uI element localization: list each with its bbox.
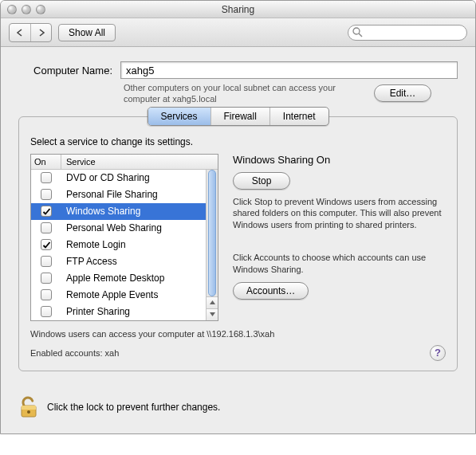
service-row[interactable]: FTP Access (31, 253, 218, 270)
service-row[interactable]: Printer Sharing (31, 304, 218, 320)
service-checkbox[interactable] (41, 306, 52, 317)
lock-row: Click the lock to prevent further change… (1, 382, 475, 433)
service-checkbox[interactable] (41, 222, 52, 233)
service-on-cell (31, 206, 61, 217)
scrollbar-thumb[interactable] (208, 170, 216, 296)
service-on-cell (31, 189, 61, 200)
services-table-header: On Service (31, 155, 218, 170)
service-on-cell (31, 239, 61, 250)
tab-firewall[interactable]: Firewall (210, 108, 269, 125)
service-label: Apple Remote Desktop (61, 273, 218, 284)
nav-segmented (9, 23, 52, 42)
triangle-down-icon (209, 311, 216, 318)
service-label: Personal Web Sharing (61, 222, 218, 233)
tab-internet[interactable]: Internet (269, 108, 328, 125)
col-header-service[interactable]: Service (61, 155, 218, 169)
stop-description: Click Stop to prevent Windows users from… (233, 196, 446, 232)
svg-rect-3 (22, 406, 36, 410)
service-row[interactable]: Personal File Sharing (31, 186, 218, 203)
service-row[interactable]: DVD or CD Sharing (31, 170, 218, 186)
service-checkbox[interactable] (41, 189, 52, 200)
service-on-cell (31, 172, 61, 183)
services-table-body: DVD or CD SharingPersonal File SharingWi… (31, 170, 218, 320)
service-label: Personal File Sharing (61, 189, 218, 200)
service-on-cell (31, 222, 61, 233)
toolbar: Show All (1, 18, 475, 47)
chevron-left-icon (16, 29, 24, 37)
service-on-cell (31, 256, 61, 267)
subnet-note-text: Other computers on your local subnet can… (124, 82, 363, 105)
accounts-description: Click Accounts to choose which accounts … (233, 252, 446, 276)
service-label: Remote Login (61, 239, 218, 250)
service-label: Remote Apple Events (61, 289, 218, 300)
content-area: Computer Name: Other computers on your l… (1, 47, 475, 382)
scroll-up-arrow[interactable] (207, 296, 218, 308)
service-on-cell (31, 289, 61, 300)
services-body: On Service DVD or CD SharingPersonal Fil… (30, 154, 446, 321)
back-button[interactable] (10, 24, 30, 41)
service-row[interactable]: Apple Remote Desktop (31, 270, 218, 287)
service-checkbox[interactable] (41, 273, 52, 284)
svg-point-0 (353, 28, 360, 34)
service-label: DVD or CD Sharing (61, 172, 218, 183)
services-instruction: Select a service to change its settings. (30, 136, 446, 147)
service-checkbox[interactable] (41, 172, 52, 183)
triangle-up-icon (209, 299, 216, 306)
service-label: Printer Sharing (61, 306, 218, 317)
computer-name-label: Computer Name: (18, 65, 112, 76)
smb-access-path: Windows users can access your computer a… (30, 329, 446, 339)
service-status-title: Windows Sharing On (233, 154, 446, 166)
service-checkbox[interactable] (41, 206, 52, 217)
service-on-cell (31, 306, 61, 317)
service-checkbox[interactable] (41, 256, 52, 267)
scroll-down-arrow[interactable] (207, 308, 218, 320)
service-row[interactable]: Windows Sharing (31, 203, 218, 220)
unlock-icon[interactable] (18, 395, 39, 419)
service-on-cell (31, 273, 61, 284)
edit-hostname-button[interactable]: Edit… (374, 84, 431, 102)
checkmark-icon (42, 241, 51, 249)
services-scrollbar[interactable] (206, 170, 218, 320)
svg-point-4 (27, 410, 30, 414)
forward-button[interactable] (30, 24, 51, 41)
help-button[interactable]: ? (430, 345, 446, 361)
sharing-prefpane-window: Sharing Show All Computer Name: Other co… (0, 0, 476, 434)
computer-name-row: Computer Name: (18, 61, 458, 79)
service-row[interactable]: Remote Login (31, 237, 218, 253)
search-icon (352, 27, 363, 37)
checkmark-icon (42, 207, 51, 216)
stop-service-button[interactable]: Stop (233, 172, 290, 190)
subnet-note-row: Other computers on your local subnet can… (124, 82, 458, 105)
chevron-right-icon (37, 29, 45, 37)
titlebar: Sharing (1, 1, 475, 18)
svg-line-1 (359, 33, 362, 37)
accounts-button[interactable]: Accounts… (233, 282, 309, 300)
search-input[interactable] (348, 25, 467, 41)
sharing-tabs: Services Firewall Internet (147, 107, 328, 126)
services-footer: Windows users can access your computer a… (30, 329, 446, 361)
service-checkbox[interactable] (41, 289, 52, 300)
col-header-on[interactable]: On (31, 155, 61, 169)
lock-text: Click the lock to prevent further change… (47, 402, 220, 413)
services-table: On Service DVD or CD SharingPersonal Fil… (30, 154, 218, 321)
show-all-button[interactable]: Show All (58, 24, 116, 41)
sharing-groupbox: Services Firewall Internet Select a serv… (18, 116, 458, 371)
search-field-wrap (348, 25, 467, 41)
window-title: Sharing (1, 4, 475, 15)
service-checkbox[interactable] (41, 239, 52, 250)
service-row[interactable]: Personal Web Sharing (31, 220, 218, 237)
tab-services[interactable]: Services (148, 108, 210, 125)
service-row[interactable]: Remote Apple Events (31, 287, 218, 304)
service-detail-pane: Windows Sharing On Stop Click Stop to pr… (233, 154, 446, 321)
computer-name-input[interactable] (120, 61, 458, 79)
service-label: Windows Sharing (61, 206, 218, 217)
service-label: FTP Access (61, 256, 218, 267)
enabled-accounts-text: Enabled accounts: xah (30, 348, 119, 358)
